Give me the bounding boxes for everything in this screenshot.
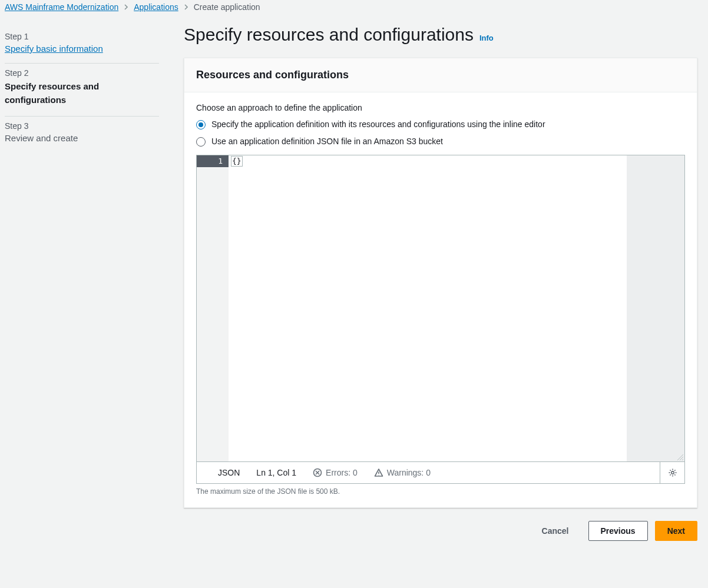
json-editor: 1 {} JSON Ln 1, Col 1 — [196, 155, 685, 484]
next-button[interactable]: Next — [655, 521, 697, 541]
line-number: 1 — [197, 155, 229, 167]
step-label: Step 1 — [5, 32, 159, 41]
step-label: Step 2 — [5, 68, 159, 78]
radio-label[interactable]: Use an application definition JSON file … — [211, 135, 443, 148]
editor-errors: Errors: 0 — [313, 468, 358, 477]
chevron-right-icon — [183, 4, 189, 10]
wizard-step-2: Step 2 Specify resources and configurati… — [5, 64, 159, 117]
breadcrumb-apps[interactable]: Applications — [134, 2, 178, 12]
info-link[interactable]: Info — [479, 34, 494, 42]
breadcrumb-root[interactable]: AWS Mainframe Modernization — [5, 2, 118, 12]
breadcrumb-current: Create application — [194, 2, 260, 12]
chevron-right-icon — [123, 4, 129, 10]
step-title-current: Specify resources and configurations — [5, 80, 159, 107]
wizard-step-1[interactable]: Step 1 Specify basic information — [5, 27, 159, 64]
editor-status-bar: JSON Ln 1, Col 1 Errors: 0 — [197, 461, 684, 483]
breadcrumb: AWS Mainframe Modernization Applications… — [0, 0, 708, 18]
panel-title: Resources and configurations — [196, 69, 685, 81]
warning-icon — [374, 468, 383, 477]
main-content: Specify resources and configurations Inf… — [164, 18, 708, 555]
wizard-steps: Step 1 Specify basic information Step 2 … — [0, 18, 164, 152]
editor-language: JSON — [218, 468, 240, 477]
step-label: Step 3 — [5, 121, 159, 131]
approach-label: Choose an approach to define the applica… — [196, 103, 685, 112]
resources-panel: Resources and configurations Choose an a… — [184, 58, 697, 508]
wizard-step-3: Step 3 Review and create — [5, 117, 159, 152]
editor-scrollbar[interactable] — [627, 155, 684, 461]
radio-button-icon[interactable] — [196, 120, 206, 129]
editor-line-content: {} — [231, 156, 243, 167]
wizard-footer: Cancel Previous Next — [184, 521, 697, 541]
previous-button[interactable]: Previous — [588, 521, 648, 541]
svg-point-8 — [671, 471, 673, 474]
step-title-future: Review and create — [5, 133, 159, 143]
editor-gutter: 1 — [197, 155, 229, 461]
radio-inline-editor[interactable]: Specify the application definition with … — [196, 118, 550, 131]
radio-button-icon[interactable] — [196, 137, 206, 147]
svg-point-7 — [378, 474, 379, 475]
editor-cursor-position: Ln 1, Col 1 — [256, 468, 296, 477]
radio-s3-file[interactable]: Use an application definition JSON file … — [196, 135, 550, 148]
cancel-button[interactable]: Cancel — [530, 521, 581, 541]
radio-label[interactable]: Specify the application definition with … — [211, 118, 545, 131]
editor-settings-button[interactable] — [660, 462, 684, 483]
page-title: Specify resources and configurations — [184, 25, 474, 45]
editor-textarea[interactable]: {} — [229, 155, 627, 461]
editor-warnings: Warnings: 0 — [374, 468, 431, 477]
error-icon — [313, 468, 322, 477]
gear-icon — [668, 468, 677, 477]
editor-help-text: The maximum size of the JSON file is 500… — [196, 487, 685, 496]
step-title-link[interactable]: Specify basic information — [5, 44, 103, 54]
